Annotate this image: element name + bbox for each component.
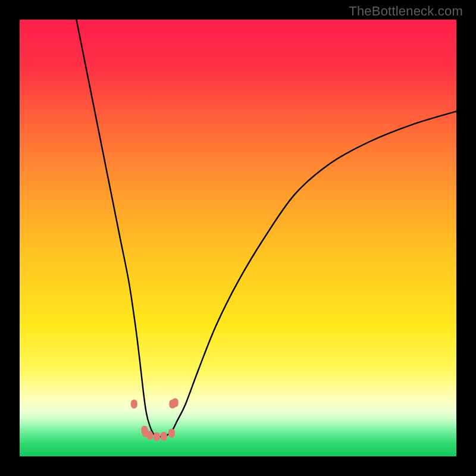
- plot-area: [20, 20, 456, 456]
- highlighted-point: [131, 399, 137, 408]
- highlighted-point: [146, 431, 153, 440]
- highlighted-point: [172, 398, 178, 407]
- bottleneck-curve: [20, 20, 456, 456]
- highlighted-point: [161, 432, 167, 441]
- watermark-text: TheBottleneck.com: [349, 4, 463, 19]
- chart-stage: TheBottleneck.com: [0, 0, 476, 476]
- highlighted-point: [168, 429, 175, 438]
- v-curve-path: [76, 20, 456, 437]
- highlighted-point: [154, 432, 160, 441]
- highlighted-points-group: [131, 398, 178, 441]
